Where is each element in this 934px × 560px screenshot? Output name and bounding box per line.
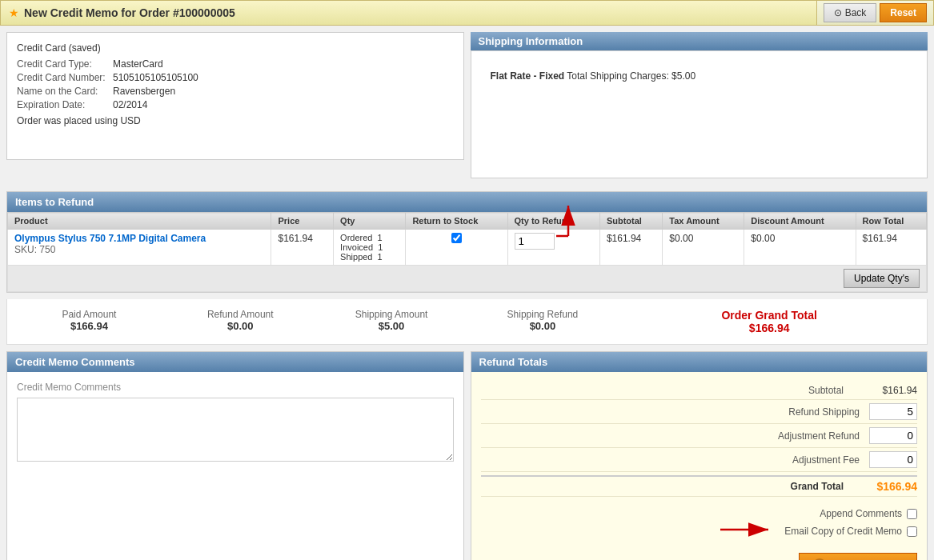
col-tax-amount: Tax Amount <box>663 213 744 230</box>
credit-memo-body: Credit Memo Comments <box>7 372 463 474</box>
credit-card-type-row: Credit Card Type: MasterCard <box>17 58 454 70</box>
refund-totals-panel: Refund Totals Subtotal $161.94 Refund Sh… <box>471 351 928 560</box>
shipping-refund-item: Shipping Refund $0.00 <box>467 309 618 332</box>
credit-card-type-value: MasterCard <box>113 58 163 70</box>
shipping-charges-text: Total Shipping Charges: $5.00 <box>567 70 695 82</box>
back-button[interactable]: ⊙ Back <box>824 3 877 22</box>
qty-to-refund-input[interactable] <box>515 233 555 250</box>
refund-amount-label: Refund Amount <box>165 309 316 320</box>
shipping-amount-label: Shipping Amount <box>316 309 467 320</box>
credit-card-type-label: Credit Card Type: <box>17 58 113 70</box>
grand-total-row: Grand Total $166.94 <box>481 475 918 497</box>
qty-cell: Ordered 1 Invoiced 1 Shipped 1 <box>334 230 406 266</box>
col-return-to-stock: Return to Stock <box>406 213 507 230</box>
expiration-date-label: Expiration Date: <box>17 99 113 110</box>
subtotal-cell: $161.94 <box>599 230 662 266</box>
order-currency: Order was placed using USD <box>17 115 454 126</box>
bottom-section: Credit Memo Comments Credit Memo Comment… <box>0 351 934 560</box>
name-on-card-row: Name on the Card: Ravensbergen <box>17 86 454 97</box>
subtotal-value: $161.94 <box>853 385 917 396</box>
tax-amount-cell: $0.00 <box>663 230 744 266</box>
qty-shipped: Shipped 1 <box>340 252 399 262</box>
update-qty-row: Update Qty's <box>8 266 927 292</box>
refund-totals-body: Subtotal $161.94 Refund Shipping Adjustm… <box>471 372 928 560</box>
page-title-section: ★ New Credit Memo for Order #100000005 <box>1 1 817 25</box>
append-comments-checkbox[interactable] <box>907 509 917 519</box>
expiration-date-row: Expiration Date: 02/2014 <box>17 99 454 110</box>
header-buttons: ⊙ Back Reset <box>817 3 933 22</box>
comments-textarea[interactable] <box>17 398 454 462</box>
shipping-info-header: Shipping Information <box>471 32 928 50</box>
subtotal-label: Subtotal <box>741 385 853 396</box>
full-page: ★ New Credit Memo for Order #100000005 ⊙… <box>0 0 934 560</box>
items-section-header: Items to Refund <box>7 192 927 212</box>
name-on-card-value: Ravensbergen <box>113 86 175 97</box>
star-icon: ★ <box>9 6 19 19</box>
qty-to-refund-cell <box>507 230 599 266</box>
email-copy-checkbox[interactable] <box>907 526 917 537</box>
product-name: Olympus Stylus 750 7.1MP Digital Camera <box>14 233 264 244</box>
credit-card-number-row: Credit Card Number: 5105105105105100 <box>17 72 454 83</box>
update-qty-button[interactable]: Update Qty's <box>844 269 920 288</box>
email-copy-row: Email Copy of Credit Memo <box>481 522 918 540</box>
col-qty: Qty <box>334 213 406 230</box>
col-discount-amount: Discount Amount <box>744 213 856 230</box>
credit-card-number-label: Credit Card Number: <box>17 72 113 83</box>
email-copy-label: Email Copy of Credit Memo <box>784 526 902 537</box>
paid-amount-item: Paid Amount $166.94 <box>14 309 165 332</box>
col-subtotal: Subtotal <box>599 213 662 230</box>
credit-memo-header: Credit Memo Comments <box>7 352 463 372</box>
return-to-stock-cell <box>406 230 507 266</box>
credit-card-number-value: 5105105105105100 <box>113 72 198 83</box>
refund-shipping-input[interactable] <box>869 403 917 420</box>
grand-total-label: Grand Total <box>741 481 853 492</box>
flat-rate-text: Flat Rate - Fixed <box>491 70 565 82</box>
qty-invoiced: Invoiced 1 <box>340 242 399 252</box>
refund-amount-value: $0.00 <box>165 320 316 332</box>
qty-ordered: Ordered 1 <box>340 233 399 242</box>
name-on-card-label: Name on the Card: <box>17 86 113 97</box>
price-cell: $161.94 <box>271 230 334 266</box>
row-total-cell: $161.94 <box>856 230 926 266</box>
refund-offline-button[interactable]: ⊙ Refund Offline <box>799 553 917 560</box>
reset-button[interactable]: Reset <box>880 3 927 22</box>
page-title: New Credit Memo for Order #100000005 <box>24 6 235 19</box>
adjustment-refund-input[interactable] <box>869 427 917 444</box>
order-grand-total-value: $166.94 <box>618 322 920 334</box>
refund-shipping-label: Refund Shipping <box>757 406 869 418</box>
refund-shipping-row: Refund Shipping <box>481 400 918 424</box>
shipping-amount-item: Shipping Amount $5.00 <box>316 309 467 332</box>
shipping-panel: Flat Rate - Fixed Total Shipping Charges… <box>471 50 928 178</box>
subtotal-row: Subtotal $161.94 <box>481 382 918 400</box>
shipping-refund-value: $0.00 <box>467 320 618 332</box>
payment-panel: Credit Card (saved) Credit Card Type: Ma… <box>6 32 464 160</box>
items-section: Items to Refund Product Price Qty Return… <box>6 191 928 293</box>
return-to-stock-checkbox[interactable] <box>451 233 462 243</box>
refund-amount-item: Refund Amount $0.00 <box>165 309 316 332</box>
adjustment-fee-row: Adjustment Fee <box>481 448 918 472</box>
order-grand-total-section: Order Grand Total $166.94 <box>618 309 920 334</box>
adjustment-refund-row: Adjustment Refund <box>481 424 918 448</box>
table-row: Olympus Stylus 750 7.1MP Digital Camera … <box>8 230 927 266</box>
col-row-total: Row Total <box>856 213 926 230</box>
update-qty-cell: Update Qty's <box>8 266 927 292</box>
totals-bar: Paid Amount $166.94 Refund Amount $0.00 … <box>6 299 928 345</box>
discount-amount-cell: $0.00 <box>744 230 856 266</box>
shipping-refund-label: Shipping Refund <box>467 309 618 320</box>
grand-total-value: $166.94 <box>853 480 917 493</box>
product-sku: SKU: 750 <box>14 244 264 255</box>
paid-amount-value: $166.94 <box>14 320 165 332</box>
append-comments-label: Append Comments <box>820 508 902 519</box>
adjustment-fee-input[interactable] <box>869 451 917 468</box>
shipping-amount-value: $5.00 <box>316 320 467 332</box>
append-comments-row: Append Comments <box>481 505 918 522</box>
refund-totals-header: Refund Totals <box>471 352 928 372</box>
right-column: Shipping Information Flat Rate - Fixed T… <box>471 32 928 185</box>
col-product: Product <box>8 213 271 230</box>
credit-memo-panel: Credit Memo Comments Credit Memo Comment… <box>6 351 464 560</box>
main-content: Credit Card (saved) Credit Card Type: Ma… <box>0 26 934 191</box>
shipping-flat-rate: Flat Rate - Fixed Total Shipping Charges… <box>481 61 918 91</box>
expiration-date-value: 02/2014 <box>113 99 147 110</box>
paid-amount-label: Paid Amount <box>14 309 165 320</box>
items-table: Product Price Qty Return to Stock Qty to… <box>7 212 927 292</box>
